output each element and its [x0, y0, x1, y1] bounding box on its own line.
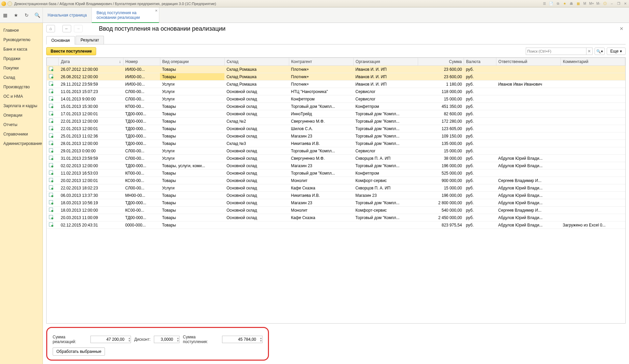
table-row[interactable]: 18.03.2013 12:00:00КС00-00...ТоварыОснов… [47, 207, 625, 214]
data-grid[interactable]: Дата↓НомерВид операцииСкладКонтрагентОрг… [46, 57, 626, 324]
sidebar-item[interactable]: Покупки [0, 63, 43, 73]
sidebar-item[interactable]: Справочники [0, 129, 43, 139]
search-icon[interactable]: 🔍 [34, 12, 40, 18]
table-row[interactable]: 28.01.2013 12:00:00ТД00-000...ТоварыСкла… [47, 140, 625, 147]
spinner-icon[interactable]: ▴▾ [177, 337, 179, 342]
inner-tab-result[interactable]: Результат [76, 36, 104, 44]
more-button[interactable]: Еще▾ [607, 48, 626, 55]
tab-receipt-entry[interactable]: Ввод поступления на основании реализации… [92, 7, 159, 23]
table-row[interactable]: 17.01.2013 12:00:01ТД00-000...ТоварыОсно… [47, 110, 625, 118]
table-row[interactable]: 31.01.2013 23:59:59СЛ00-00...УслугиОснов… [47, 155, 625, 162]
table-cell: руб. [464, 125, 496, 132]
table-row[interactable]: 06.03.2013 13:37:30МН00-00...ТоварыОснов… [47, 192, 625, 199]
table-row[interactable]: 29.01.2013 0:00:00СЛ00-00...УслугиОсновн… [47, 147, 625, 155]
table-cell: Абдулов Юрий Влади... [496, 221, 560, 229]
process-selected-button[interactable]: Обработать выбранные [53, 347, 105, 356]
close-icon[interactable]: ✕ [623, 1, 628, 6]
sidebar-item[interactable]: Банк и касса [0, 44, 43, 54]
sidebar-item[interactable]: Производство [0, 82, 43, 92]
sidebar-item[interactable]: Склад [0, 73, 43, 82]
star-icon[interactable]: ★ [13, 12, 19, 18]
star-icon[interactable]: ★ [562, 1, 567, 6]
close-page-button[interactable]: ✕ [618, 26, 626, 31]
table-row[interactable]: 15.01.2013 15:30:00КП00-00...ТоварыОснов… [47, 103, 625, 110]
spinner-icon[interactable]: ▴▾ [129, 337, 130, 342]
app-menu-dropdown-icon[interactable] [7, 1, 12, 6]
titlebar-icon[interactable]: ⧉ [555, 1, 560, 6]
search-clear-icon[interactable]: ✕ [586, 48, 593, 55]
table-row[interactable]: 18.03.2013 10:56:19ТД00-000...ТоварыОсно… [47, 199, 625, 207]
titlebar-icon[interactable]: 📄 [549, 1, 553, 6]
table-cell: 29.11.2012 23:59:59 [59, 81, 123, 88]
titlebar-icon[interactable]: ☰ [542, 1, 547, 6]
table-row[interactable]: 26.07.2012 12:00:00ИИ00-00...ТоварыСклад… [47, 66, 625, 73]
table-cell: 29.01.2013 0:00:00 [59, 147, 123, 155]
apps-grid-icon[interactable]: ▦ [2, 12, 8, 18]
column-header[interactable]: Сумма [418, 58, 464, 66]
search-options-button[interactable]: 🔍▾ [595, 48, 605, 55]
table-cell: 15 000,00 [418, 147, 464, 155]
spinner-icon[interactable]: ▴▾ [260, 337, 262, 342]
history-icon[interactable]: ↻ [24, 12, 30, 18]
maximize-icon[interactable]: ❐ [616, 1, 621, 6]
table-cell: Склад Ромашка [224, 81, 289, 88]
table-row[interactable]: 26.08.2012 12:00:00ИИ00-00...ТоварыСклад… [47, 73, 625, 81]
back-button[interactable]: ← [62, 25, 71, 32]
column-header[interactable]: Организация [353, 58, 418, 66]
sidebar-item[interactable]: Руководителю [0, 35, 43, 44]
table-row[interactable]: 11.02.2013 16:53:03КП00-00...ТоварыОснов… [47, 170, 625, 177]
table-row[interactable]: 22.01.2013 12:00:00ТД00-000...ТоварыСкла… [47, 118, 625, 125]
window-title: Демонстрационная база / Абдулов Юрий Вла… [14, 2, 216, 6]
info-icon[interactable]: ⓘ [603, 1, 607, 6]
column-header[interactable]: Вид операции [160, 58, 224, 66]
discount-input[interactable] [154, 336, 180, 343]
column-header[interactable]: Валюта [464, 58, 496, 66]
column-header[interactable]: Дата↓ [59, 58, 123, 66]
table-cell: Сервислог [353, 147, 418, 155]
table-row[interactable]: 02.02.2013 12:00:00ТД00-000...Товары, ус… [47, 162, 625, 170]
search-input[interactable] [526, 48, 586, 55]
table-row[interactable]: 22.02.2013 18:02:23СЛ00-00...УслугиОснов… [47, 184, 625, 192]
sidebar-item[interactable]: Главное [0, 26, 43, 35]
table-row[interactable]: 25.01.2013 11:02:36ТД00-000...ТоварыОсно… [47, 132, 625, 140]
table-row[interactable]: 22.01.2013 12:00:01ТД00-000...ТоварыОсно… [47, 125, 625, 132]
titlebar-icon[interactable]: 🖶 [569, 1, 574, 6]
minimize-icon[interactable]: – [609, 1, 614, 6]
sidebar-item[interactable]: Отчеты [0, 120, 43, 129]
table-row[interactable]: 11.01.2013 15:07:23СЛ00-00...УслугиОснов… [47, 88, 625, 95]
inner-tab-main[interactable]: Основная [46, 36, 75, 44]
sum-realizations-input[interactable] [90, 336, 131, 343]
sidebar-item[interactable]: Администрирование [0, 139, 43, 148]
tab-start-page[interactable]: Начальная страница [43, 7, 92, 23]
titlebar-m-icon[interactable]: M [582, 1, 587, 6]
table-cell [496, 132, 560, 140]
enter-receipt-button[interactable]: Ввести поступление [46, 47, 96, 55]
sidebar-item[interactable]: ОС и НМА [0, 92, 43, 101]
sum-receipt-input[interactable] [222, 336, 263, 343]
titlebar-mplus-icon[interactable]: M+ [589, 1, 594, 6]
column-header[interactable]: Ответственный [496, 58, 560, 66]
home-button[interactable]: ⌂ [46, 25, 55, 32]
table-row[interactable]: 14.01.2013 9:00:00СЛ00-00...УслугиОсновн… [47, 95, 625, 103]
calendar-icon[interactable]: ▦ [576, 1, 580, 6]
sidebar-item[interactable]: Операции [0, 111, 43, 120]
column-header[interactable]: Комментарий [560, 58, 625, 66]
titlebar-mminus-icon[interactable]: M- [596, 1, 601, 6]
forward-button[interactable]: → [74, 25, 83, 32]
column-header[interactable]: Контрагент [289, 58, 353, 66]
sidebar-nav: ГлавноеРуководителюБанк и кассаПродажиПо… [0, 23, 43, 364]
table-cell: Товары [160, 73, 224, 81]
sidebar-item[interactable]: Зарплата и кадры [0, 101, 43, 111]
app-orb-icon[interactable] [1, 1, 6, 6]
column-header[interactable]: Склад [224, 58, 289, 66]
table-row[interactable]: 29.11.2012 23:59:59ИИ00-00...УслугиСклад… [47, 81, 625, 88]
table-cell [496, 73, 560, 81]
tab-close-icon[interactable]: ✕ [155, 9, 158, 12]
column-header[interactable]: Номер [123, 58, 160, 66]
table-row[interactable]: 02.12.2015 20:43:310000-000...Товары823 … [47, 221, 625, 229]
sidebar-item[interactable]: Продажи [0, 54, 43, 63]
table-cell: КС00-00... [123, 177, 160, 184]
table-row[interactable]: 20.03.2013 11:00:09ТД00-000...ТоварыОсно… [47, 214, 625, 221]
table-row[interactable]: 20.02.2013 12:00:01КС00-00...ТоварыОснов… [47, 177, 625, 184]
column-header[interactable] [47, 58, 59, 66]
